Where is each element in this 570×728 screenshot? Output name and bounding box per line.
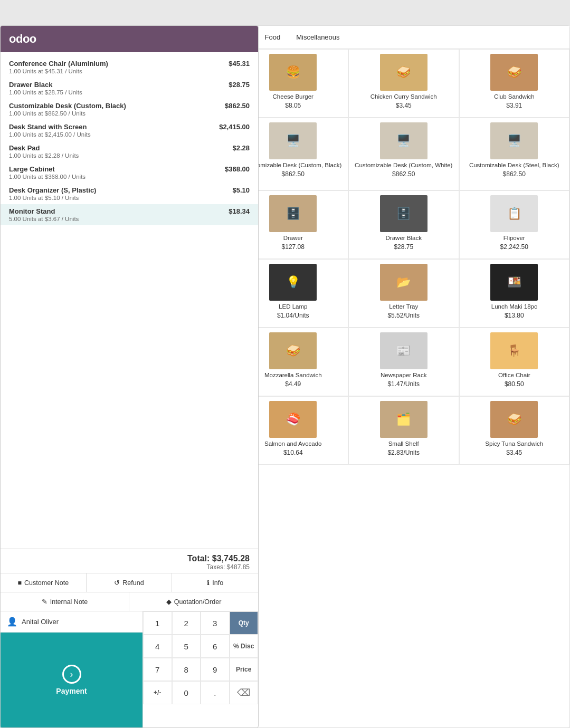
taxes-amount: Taxes: $487.85 bbox=[9, 563, 250, 571]
order-item-name: Conference Chair (Aluminium) bbox=[9, 60, 108, 68]
order-item[interactable]: Desk Pad $2.28 1.00 Units at $2.28 / Uni… bbox=[1, 141, 258, 162]
action-buttons-row1: ■ Customer Note ↺ Refund ℹ Info bbox=[1, 573, 258, 592]
order-item[interactable]: Desk Organizer (S, Plastic) $5.10 1.00 U… bbox=[1, 183, 258, 204]
product-cell[interactable]: 🖥️ Customizable Desk (Steel, Black) $862… bbox=[459, 118, 570, 190]
order-item-name: Monitor Stand bbox=[9, 207, 55, 215]
payment-label: Payment bbox=[56, 687, 87, 695]
product-cell[interactable]: 🥪 Spicy Tuna Sandwich $3.45 bbox=[459, 396, 570, 465]
product-name: Salmon and Avocado bbox=[264, 440, 321, 448]
order-item[interactable]: Customizable Desk (Custom, Black) $862.5… bbox=[1, 99, 258, 120]
product-image: 📂 bbox=[380, 264, 428, 301]
product-cell[interactable]: 🥪 Club Sandwich $3.91 bbox=[459, 49, 570, 118]
payment-chevron-icon: › bbox=[62, 665, 81, 684]
order-item-price: $2,415.00 bbox=[219, 123, 250, 131]
numpad-key-qty[interactable]: Qty bbox=[230, 611, 259, 635]
product-price: $5.52/Units bbox=[387, 312, 420, 319]
order-item-price: $28.75 bbox=[229, 81, 250, 89]
product-name: Customizable Desk (Custom, Black) bbox=[244, 161, 341, 169]
product-cell[interactable]: 🗂️ Small Shelf $2.83/Units bbox=[348, 396, 459, 465]
numpad-key--[interactable]: ⌫ bbox=[230, 681, 259, 704]
info-button[interactable]: ℹ Info bbox=[172, 573, 258, 592]
total-bar: Total: $3,745.28 Taxes: $487.85 bbox=[1, 548, 258, 573]
product-price: $1.47/Units bbox=[387, 380, 420, 388]
numpad-key-9[interactable]: 9 bbox=[201, 658, 230, 681]
order-item[interactable]: Large Cabinet $368.00 1.00 Units at $368… bbox=[1, 162, 258, 183]
order-item-sub: 1.00 Units at $45.31 / Units bbox=[9, 68, 250, 74]
order-item-price: $368.00 bbox=[225, 165, 250, 173]
product-image: 🍱 bbox=[490, 264, 538, 301]
order-item[interactable]: Monitor Stand $18.34 5.00 Units at $3.67… bbox=[1, 204, 258, 225]
order-item[interactable]: Conference Chair (Aluminium) $45.31 1.00… bbox=[1, 56, 258, 78]
internal-note-label: Internal Note bbox=[50, 598, 88, 606]
numpad-key-6[interactable]: 6 bbox=[201, 635, 230, 658]
product-cell[interactable]: 🪑 Office Chair $80.50 bbox=[459, 328, 570, 396]
payment-button[interactable]: › Payment bbox=[1, 633, 142, 727]
product-cell[interactable]: 📋 Flipover $2,242.50 bbox=[459, 190, 570, 259]
product-name: Lunch Maki 18pc bbox=[491, 303, 537, 311]
app-logo: odoo bbox=[1, 26, 258, 52]
order-item-name: Desk Pad bbox=[9, 144, 40, 152]
product-name: Newspaper Rack bbox=[381, 371, 427, 379]
product-cell[interactable]: 🖥️ Customizable Desk (Custom, White) $86… bbox=[348, 118, 459, 190]
product-image: 🗂️ bbox=[380, 401, 428, 438]
order-list: Conference Chair (Aluminium) $45.31 1.00… bbox=[1, 52, 258, 548]
product-cell[interactable]: 📂 Letter Tray $5.52/Units bbox=[348, 259, 459, 328]
order-item-price: $2.28 bbox=[232, 144, 250, 152]
product-image: 🥪 bbox=[490, 401, 538, 438]
product-image: 🍔 bbox=[269, 54, 317, 91]
refund-button[interactable]: ↺ Refund bbox=[87, 573, 173, 592]
product-name: Drawer Black bbox=[386, 234, 422, 242]
product-image: 🍣 bbox=[269, 401, 317, 438]
numpad-key-4[interactable]: 4 bbox=[143, 635, 172, 658]
quotation-order-button[interactable]: ◆ Quotation/Order bbox=[129, 592, 258, 611]
product-name: Drawer bbox=[283, 234, 303, 242]
numpad-key-2[interactable]: 2 bbox=[172, 611, 201, 635]
order-item-sub: 5.00 Units at $3.67 / Units bbox=[9, 216, 250, 222]
order-item[interactable]: Drawer Black $28.75 1.00 Units at $28.75… bbox=[1, 78, 258, 99]
numpad-key-8[interactable]: 8 bbox=[172, 658, 201, 681]
product-cell[interactable]: 🥪 Chicken Curry Sandwich $3.45 bbox=[348, 49, 459, 118]
numpad-key----[interactable]: +/- bbox=[143, 681, 172, 704]
order-item[interactable]: Desk Stand with Screen $2,415.00 1.00 Un… bbox=[1, 120, 258, 141]
product-name: Customizable Desk (Custom, White) bbox=[355, 161, 452, 169]
numpad-key-0[interactable]: 0 bbox=[172, 681, 201, 704]
total-amount: Total: $3,745.28 bbox=[9, 554, 250, 563]
numpad-key-price[interactable]: Price bbox=[230, 658, 259, 681]
numpad-key--[interactable]: . bbox=[201, 681, 230, 704]
numpad-key---disc[interactable]: % Disc bbox=[230, 635, 259, 658]
product-image: 🥪 bbox=[380, 54, 428, 91]
product-image: 📋 bbox=[490, 195, 538, 232]
product-price: $2,242.50 bbox=[500, 243, 528, 251]
product-name: Office Chair bbox=[498, 371, 530, 379]
nav-miscellaneous[interactable]: Miscellaneous bbox=[290, 30, 346, 44]
order-item-name: Large Cabinet bbox=[9, 165, 55, 173]
product-price: $8.05 bbox=[285, 102, 301, 109]
product-cell[interactable]: 📰 Newspaper Rack $1.47/Units bbox=[348, 328, 459, 396]
product-name: Club Sandwich bbox=[494, 93, 535, 101]
product-price: $862.50 bbox=[392, 170, 415, 178]
order-item-name: Drawer Black bbox=[9, 81, 52, 89]
numpad-key-3[interactable]: 3 bbox=[201, 611, 230, 635]
product-name: Letter Tray bbox=[389, 303, 418, 311]
product-price: $862.50 bbox=[503, 170, 526, 178]
numpad-key-5[interactable]: 5 bbox=[172, 635, 201, 658]
order-item-sub: 1.00 Units at $28.75 / Units bbox=[9, 89, 250, 95]
internal-note-button[interactable]: ✎ Internal Note bbox=[1, 592, 129, 611]
product-cell[interactable]: 🗄️ Drawer Black $28.75 bbox=[348, 190, 459, 259]
bottom-area: 👤 Anital Oliver › Payment 123Qty456% Dis… bbox=[1, 611, 258, 727]
product-cell[interactable]: 🍱 Lunch Maki 18pc $13.80 bbox=[459, 259, 570, 328]
numpad-key-7[interactable]: 7 bbox=[143, 658, 172, 681]
product-price: $4.49 bbox=[285, 380, 301, 388]
product-name: Customizable Desk (Steel, Black) bbox=[469, 161, 559, 169]
customer-note-button[interactable]: ■ Customer Note bbox=[1, 573, 87, 592]
quotation-icon: ◆ bbox=[166, 598, 172, 606]
nav-food[interactable]: Food bbox=[259, 30, 287, 44]
product-name: Cheese Burger bbox=[273, 93, 314, 101]
product-name: Flipover bbox=[504, 234, 525, 242]
numpad-key-1[interactable]: 1 bbox=[143, 611, 172, 635]
customer-note-label: Customer Note bbox=[24, 579, 69, 587]
refund-label: Refund bbox=[122, 579, 144, 587]
product-price: $13.80 bbox=[505, 312, 524, 319]
product-name: Spicy Tuna Sandwich bbox=[485, 440, 543, 448]
customer-row[interactable]: 👤 Anital Oliver bbox=[1, 611, 142, 633]
